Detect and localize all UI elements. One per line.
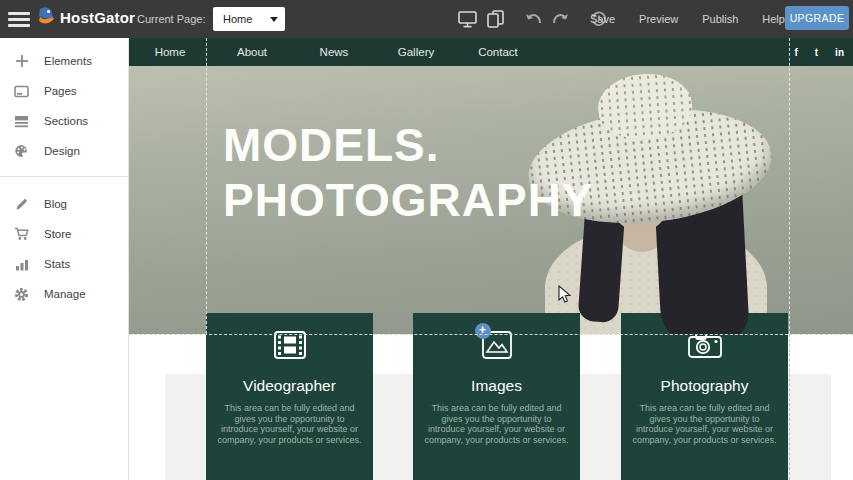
- site-nav-gallery[interactable]: Gallery: [375, 46, 457, 58]
- toolbar-actions: Save Preview Publish Help: [578, 0, 797, 38]
- sidebar-item-label: Blog: [44, 198, 67, 210]
- sidebar-item-label: Store: [44, 228, 72, 240]
- brand-text: HostGator: [60, 9, 135, 26]
- sidebar-item-elements[interactable]: Elements: [0, 46, 128, 76]
- palette-icon: [13, 143, 30, 160]
- sidebar-item-design[interactable]: Design: [0, 136, 128, 166]
- hero-title-line1: MODELS.: [223, 118, 594, 173]
- plus-icon: [13, 53, 30, 70]
- sidebar-item-label: Elements: [44, 55, 92, 67]
- hero-section[interactable]: MODELS. PHOTOGRAPHY: [129, 66, 853, 334]
- sidebar-item-label: Pages: [44, 85, 77, 97]
- sections-icon: [13, 113, 30, 130]
- site-nav-news[interactable]: News: [293, 46, 375, 58]
- hostgator-logo: HostGator: [36, 6, 135, 28]
- card-body: This area can be fully edited and gives …: [631, 403, 779, 445]
- section-guide-left: [206, 38, 207, 334]
- section-guide-right-lower: [789, 334, 790, 480]
- top-toolbar: HostGator Current Page: Home: [0, 0, 853, 38]
- section-guide-bottom: [129, 334, 853, 335]
- current-page-label: Current Page:: [137, 13, 205, 25]
- sidebar-item-manage[interactable]: Manage: [0, 279, 128, 309]
- facebook-icon[interactable]: f: [794, 47, 797, 58]
- add-image-badge-icon[interactable]: +: [475, 323, 491, 339]
- redo-icon[interactable]: [549, 9, 573, 29]
- site-nav-about[interactable]: About: [211, 46, 293, 58]
- linkedin-icon[interactable]: in: [835, 47, 844, 58]
- card-body: This area can be fully edited and gives …: [216, 403, 364, 445]
- sidebar-item-label: Design: [44, 145, 80, 157]
- chevron-down-icon: [270, 17, 278, 22]
- film-icon: [273, 330, 307, 364]
- card-title: Photography: [621, 377, 788, 395]
- card-photography[interactable]: Photography This area can be fully edite…: [621, 313, 788, 480]
- sidebar-item-pages[interactable]: Pages: [0, 76, 128, 106]
- card-images[interactable]: + Images This area can be fully edited a…: [413, 313, 580, 480]
- site-navbar: Home About News Gallery Contact f t in: [129, 38, 853, 66]
- mobile-view-icon[interactable]: [483, 9, 507, 29]
- undo-icon[interactable]: [521, 9, 545, 29]
- sidebar-item-label: Manage: [44, 288, 86, 300]
- card-body: This area can be fully edited and gives …: [423, 403, 571, 445]
- hero-title[interactable]: MODELS. PHOTOGRAPHY: [223, 118, 594, 228]
- sidebar-item-store[interactable]: Store: [0, 219, 128, 249]
- sidebar-divider: [0, 176, 128, 177]
- pencil-icon: [13, 196, 30, 213]
- sidebar-item-label: Sections: [44, 115, 88, 127]
- desktop-view-icon[interactable]: [455, 9, 479, 29]
- gear-icon: [13, 286, 30, 303]
- social-links: f t in: [794, 38, 844, 66]
- sidebar-item-stats[interactable]: Stats: [0, 249, 128, 279]
- page-dropdown-value: Home: [223, 13, 252, 25]
- save-button[interactable]: Save: [578, 0, 627, 38]
- cart-icon: [13, 226, 30, 243]
- camera-icon: [687, 330, 723, 364]
- sidebar-item-sections[interactable]: Sections: [0, 106, 128, 136]
- site-nav-contact[interactable]: Contact: [457, 46, 539, 58]
- bar-chart-icon: [13, 256, 30, 273]
- gator-mascot-icon: [36, 6, 56, 28]
- builder-sidebar: Elements Pages Sections Design Blog: [0, 38, 129, 480]
- site-nav-home[interactable]: Home: [129, 46, 211, 58]
- card-videographer[interactable]: Videographer This area can be fully edit…: [206, 313, 373, 480]
- image-plus-icon: +: [481, 330, 513, 364]
- builder-window: HostGator Current Page: Home: [0, 0, 853, 480]
- preview-button[interactable]: Preview: [627, 0, 690, 38]
- sidebar-item-blog[interactable]: Blog: [0, 189, 128, 219]
- pages-icon: [13, 83, 30, 100]
- hero-title-line2: PHOTOGRAPHY: [223, 173, 594, 228]
- publish-button[interactable]: Publish: [690, 0, 750, 38]
- twitter-icon[interactable]: t: [815, 47, 818, 58]
- upgrade-button[interactable]: UPGRADE: [785, 6, 849, 30]
- section-guide-right: [789, 38, 790, 334]
- mouse-cursor: [558, 285, 572, 304]
- page-dropdown[interactable]: Home: [213, 7, 285, 31]
- menu-icon[interactable]: [8, 12, 30, 27]
- site-canvas: Home About News Gallery Contact f t in M…: [129, 38, 853, 480]
- card-title: Videographer: [206, 377, 373, 395]
- sidebar-item-label: Stats: [44, 258, 70, 270]
- card-title: Images: [413, 377, 580, 395]
